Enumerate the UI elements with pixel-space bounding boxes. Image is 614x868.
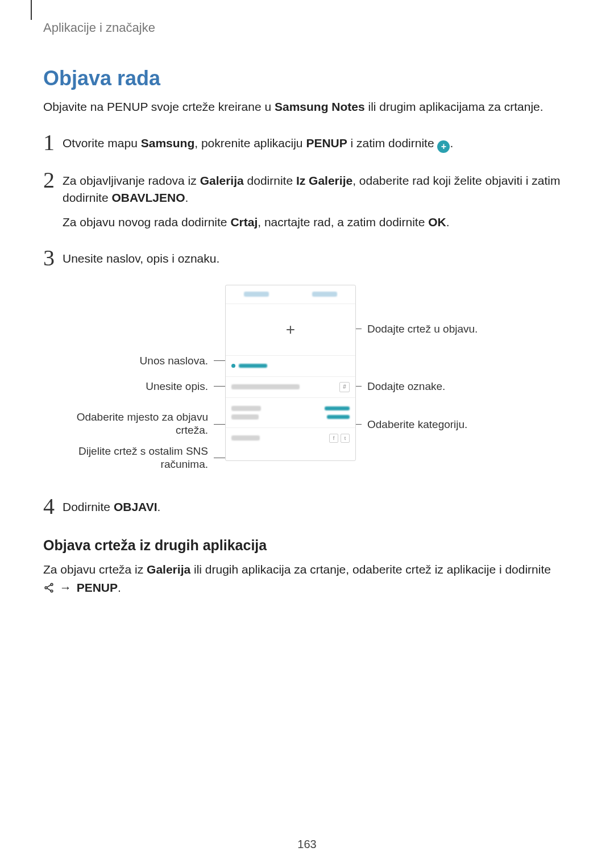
hash-icon: # <box>339 382 350 392</box>
intro-paragraph: Objavite na PENUP svoje crteže kreirane … <box>43 98 571 115</box>
sub-end: . <box>118 581 121 594</box>
step-4-b1: OBJAVI <box>114 500 157 513</box>
callout-sns-2: računima. <box>161 458 208 470</box>
step-2-number: 2 <box>43 169 63 192</box>
step-4-end: . <box>157 500 161 513</box>
blur-text <box>231 384 300 389</box>
callout-share-sns: Dijelite crtež s ostalim SNS računima. <box>60 445 208 471</box>
blur-text <box>325 406 350 410</box>
steps-list-continued: 4 Dodirnite OBJAVI. <box>43 495 571 522</box>
callout-enter-desc: Unesite opis. <box>60 380 208 393</box>
callout-sns-1: Dijelite crtež s ostalim SNS <box>78 445 208 457</box>
svg-point-1 <box>45 587 47 589</box>
step-2-p2-b2: OK <box>428 215 446 229</box>
step-2-p1-pre: Za objavljivanje radova iz <box>63 174 200 187</box>
step-1-post: i zatim dodirnite <box>347 136 438 149</box>
arrow-icon: → <box>60 581 72 594</box>
step-3-text: Unesite naslov, opis i oznaku. <box>63 250 219 267</box>
step-1: 1 Otvorite mapu Samsung, pokrenite aplik… <box>43 131 571 160</box>
blur-text <box>312 292 337 297</box>
sub-paragraph: Za objavu crteža iz Galerija ili drugih … <box>43 560 571 598</box>
sub-b1: Galerija <box>147 563 190 576</box>
section-title: Objava rada <box>43 67 571 90</box>
callout-post-location: Odaberite mjesto za objavu crteža. <box>60 411 208 437</box>
intro-pre: Objavite na PENUP svoje crteže kreirane … <box>43 100 275 113</box>
sub-b2: PENUP <box>77 581 118 594</box>
step-1-mid: , pokrenite aplikaciju <box>194 136 306 149</box>
page-content: Aplikacije i značajke Objava rada Objavi… <box>0 0 614 598</box>
header-label: Aplikacije i značajke <box>43 20 571 35</box>
plus-icon: + <box>437 140 450 153</box>
phone-row-desc: # <box>226 377 355 398</box>
callout-add-artwork: Dodajte crtež u objavu. <box>367 323 478 336</box>
step-2-p2-mid: , nacrtajte rad, a zatim dodirnite <box>258 215 428 229</box>
step-4-pre: Dodirnite <box>63 500 114 513</box>
plus-add-icon: + <box>286 321 295 339</box>
subheading: Objava crteža iz drugih aplikacija <box>43 537 571 554</box>
sub-mid: ili drugih aplikacija za crtanje, odaber… <box>190 563 551 576</box>
blur-text <box>231 406 261 411</box>
facebook-icon: f <box>329 434 338 443</box>
sns-icons: f t <box>329 434 350 443</box>
step-2-p1-b2: Iz Galerije <box>296 174 352 187</box>
page-number: 163 <box>0 838 614 851</box>
page-left-rule <box>31 0 32 20</box>
diagram: + # <box>60 285 571 478</box>
step-2-p1-mid1: dodirnite <box>244 174 296 187</box>
svg-line-3 <box>47 585 51 587</box>
step-1-b2: PENUP <box>306 136 347 149</box>
step-4-number: 4 <box>43 495 63 518</box>
step-1-b1: Samsung <box>141 136 195 149</box>
intro-bold: Samsung Notes <box>275 100 365 113</box>
phone-row-title <box>226 356 355 377</box>
blur-text <box>231 414 259 420</box>
intro-post: ili drugim aplikacijama za crtanje. <box>365 100 544 113</box>
phone-row-collection <box>226 398 355 428</box>
step-1-end: . <box>450 136 453 149</box>
step-3: 3 Unesite naslov, opis i oznaku. <box>43 247 571 274</box>
svg-point-0 <box>51 583 53 585</box>
svg-line-4 <box>47 588 51 591</box>
callout-loc-2: crteža. <box>176 424 208 436</box>
callout-select-category: Odaberite kategoriju. <box>367 418 467 431</box>
callout-enter-title: Unos naslova. <box>60 355 208 368</box>
step-2-p2-b1: Crtaj <box>230 215 258 229</box>
step-2-p2-end: . <box>446 215 450 229</box>
step-2-p2-pre: Za objavu novog rada dodirnite <box>63 215 230 229</box>
blur-text <box>239 364 267 368</box>
phone-row-share: f t <box>226 428 355 448</box>
sub-pre: Za objavu crteža iz <box>43 563 147 576</box>
dot-icon <box>231 364 235 368</box>
phone-add-area: + <box>226 304 355 356</box>
share-icon <box>43 580 55 599</box>
step-2-p1-end: . <box>185 191 189 204</box>
phone-top-bar <box>226 285 355 304</box>
blur-text <box>231 435 260 441</box>
callout-loc-1: Odaberite mjesto za objavu <box>77 411 208 423</box>
step-3-number: 3 <box>43 247 63 269</box>
twitter-icon: t <box>341 434 350 443</box>
step-2-p1-b3: OBAVLJENO <box>111 191 185 204</box>
step-2: 2 Za objavljivanje radova iz Galerija do… <box>43 169 571 238</box>
callout-add-tags: Dodajte oznake. <box>367 380 445 393</box>
step-2-p1-b1: Galerija <box>200 174 244 187</box>
phone-mock: + # <box>225 285 356 461</box>
svg-point-2 <box>51 590 53 592</box>
step-1-number: 1 <box>43 131 63 154</box>
step-1-pre: Otvorite mapu <box>63 136 141 149</box>
step-4: 4 Dodirnite OBJAVI. <box>43 495 571 522</box>
blur-text <box>244 292 269 297</box>
blur-text <box>327 415 350 419</box>
steps-list: 1 Otvorite mapu Samsung, pokrenite aplik… <box>43 131 571 274</box>
